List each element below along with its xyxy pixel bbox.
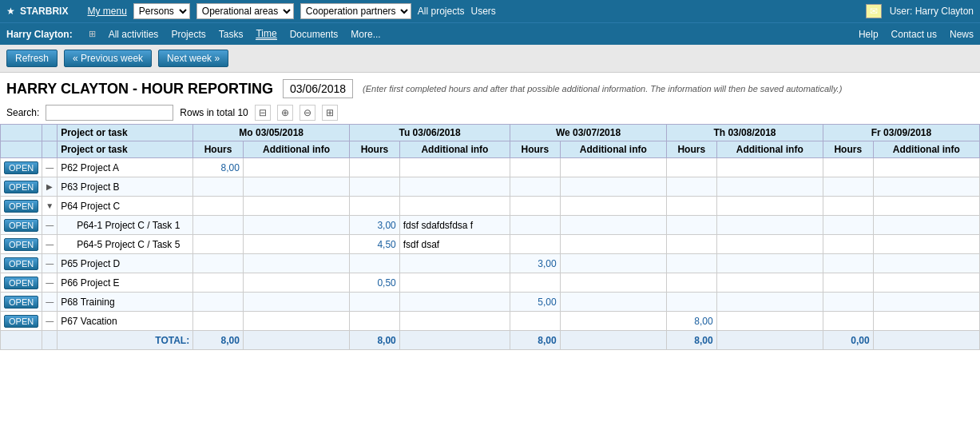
hours-cell-r8-d0[interactable] — [193, 312, 244, 331]
addinfo-cell-r4-d2[interactable] — [560, 235, 666, 254]
remove-button[interactable]: ⊖ — [300, 105, 315, 121]
hours-cell-r1-d1[interactable] — [350, 177, 400, 197]
hours-cell-r7-d2[interactable]: 5,00 — [510, 293, 561, 312]
refresh-button[interactable]: Refresh — [6, 50, 58, 67]
addinfo-cell-r2-d3[interactable] — [716, 197, 823, 216]
my-menu-link[interactable]: My menu — [87, 6, 126, 17]
addinfo-cell-r3-d1[interactable]: fdsf sdafdsfdsa f — [399, 216, 510, 235]
hours-cell-r7-d3[interactable] — [666, 293, 716, 312]
addinfo-cell-r0-d1[interactable] — [399, 158, 510, 177]
addinfo-cell-r5-d2[interactable] — [560, 254, 666, 273]
hours-cell-r4-d3[interactable] — [666, 235, 716, 254]
open-btn-cell[interactable]: OPEN — [1, 235, 42, 254]
hours-cell-r3-d3[interactable] — [666, 216, 716, 235]
open-button[interactable]: OPEN — [4, 315, 38, 328]
addinfo-cell-r7-d2[interactable] — [560, 293, 666, 312]
addinfo-cell-r2-d2[interactable] — [560, 197, 666, 216]
hours-cell-r6-d2[interactable] — [510, 273, 561, 293]
more-link[interactable]: More... — [351, 29, 380, 40]
addinfo-cell-r8-d3[interactable] — [716, 312, 823, 331]
addinfo-cell-r5-d4[interactable] — [873, 254, 979, 273]
addinfo-cell-r1-d0[interactable] — [243, 177, 349, 197]
addinfo-cell-r1-d4[interactable] — [873, 177, 979, 197]
columns-button[interactable]: ⊞ — [322, 105, 338, 121]
open-btn-cell[interactable]: OPEN — [1, 254, 42, 273]
hours-cell-r0-d1[interactable] — [350, 158, 400, 177]
addinfo-cell-r6-d3[interactable] — [716, 273, 823, 293]
addinfo-cell-r4-d0[interactable] — [243, 235, 349, 254]
news-link[interactable]: News — [950, 29, 974, 40]
hours-cell-r2-d3[interactable] — [666, 197, 716, 216]
hours-cell-r7-d0[interactable] — [193, 293, 244, 312]
hours-cell-r5-d3[interactable] — [666, 254, 716, 273]
addinfo-cell-r5-d1[interactable] — [399, 254, 510, 273]
hours-cell-r8-d1[interactable] — [350, 312, 400, 331]
hours-cell-r5-d0[interactable] — [193, 254, 244, 273]
addinfo-cell-r4-d3[interactable] — [716, 235, 823, 254]
addinfo-cell-r0-d4[interactable] — [873, 158, 979, 177]
addinfo-cell-r0-d2[interactable] — [560, 158, 666, 177]
addinfo-cell-r1-d3[interactable] — [716, 177, 823, 197]
addinfo-cell-r0-d0[interactable] — [243, 158, 349, 177]
hours-cell-r4-d1[interactable]: 4,50 — [350, 235, 400, 254]
prev-week-button[interactable]: « Previous week — [64, 50, 152, 67]
hours-cell-r2-d0[interactable] — [193, 197, 244, 216]
addinfo-cell-r8-d4[interactable] — [873, 312, 979, 331]
hours-cell-r4-d0[interactable] — [193, 235, 244, 254]
hours-cell-r1-d0[interactable] — [193, 177, 244, 197]
addinfo-cell-r7-d3[interactable] — [716, 293, 823, 312]
addinfo-cell-r7-d0[interactable] — [243, 293, 349, 312]
hours-cell-r1-d2[interactable] — [510, 177, 561, 197]
open-button[interactable]: OPEN — [4, 257, 38, 270]
addinfo-cell-r6-d2[interactable] — [560, 273, 666, 293]
tasks-link[interactable]: Tasks — [219, 29, 244, 40]
hours-cell-r7-d1[interactable] — [350, 293, 400, 312]
hours-cell-r6-d1[interactable]: 0,50 — [350, 273, 400, 293]
hours-cell-r3-d4[interactable] — [823, 216, 873, 235]
cooperation-partners-select[interactable]: Cooperation partners — [300, 3, 411, 19]
operational-areas-select[interactable]: Operational areas — [196, 3, 294, 19]
addinfo-cell-r2-d1[interactable] — [399, 197, 510, 216]
hours-cell-r7-d4[interactable] — [823, 293, 873, 312]
hours-cell-r0-d2[interactable] — [510, 158, 561, 177]
open-btn-cell[interactable]: OPEN — [1, 273, 42, 293]
addinfo-cell-r0-d3[interactable] — [716, 158, 823, 177]
addinfo-cell-r5-d3[interactable] — [716, 254, 823, 273]
print-button[interactable]: ⊟ — [255, 105, 271, 121]
addinfo-cell-r1-d1[interactable] — [399, 177, 510, 197]
hours-cell-r2-d2[interactable] — [510, 197, 561, 216]
hours-cell-r2-d1[interactable] — [350, 197, 400, 216]
search-input[interactable] — [46, 105, 173, 121]
open-btn-cell[interactable]: OPEN — [1, 197, 42, 216]
time-link[interactable]: Time — [256, 28, 276, 40]
addinfo-cell-r6-d0[interactable] — [243, 273, 349, 293]
addinfo-cell-r7-d4[interactable] — [873, 293, 979, 312]
open-button[interactable]: OPEN — [4, 219, 38, 232]
add-button[interactable]: ⊕ — [277, 105, 293, 121]
open-btn-cell[interactable]: OPEN — [1, 158, 42, 177]
addinfo-cell-r8-d0[interactable] — [243, 312, 349, 331]
contact-us-link[interactable]: Contact us — [891, 29, 937, 40]
hours-cell-r6-d0[interactable] — [193, 273, 244, 293]
documents-link[interactable]: Documents — [290, 29, 339, 40]
addinfo-cell-r1-d2[interactable] — [560, 177, 666, 197]
addinfo-cell-r2-d4[interactable] — [873, 197, 979, 216]
hours-cell-r8-d3[interactable]: 8,00 — [666, 312, 716, 331]
addinfo-cell-r6-d1[interactable] — [399, 273, 510, 293]
hours-cell-r6-d4[interactable] — [823, 273, 873, 293]
open-button[interactable]: OPEN — [4, 161, 38, 174]
open-button[interactable]: OPEN — [4, 181, 38, 193]
hours-cell-r0-d4[interactable] — [823, 158, 873, 177]
open-btn-cell[interactable]: OPEN — [1, 177, 42, 197]
addinfo-cell-r5-d0[interactable] — [243, 254, 349, 273]
addinfo-cell-r6-d4[interactable] — [873, 273, 979, 293]
persons-select[interactable]: Persons — [133, 3, 190, 19]
hours-cell-r5-d4[interactable] — [823, 254, 873, 273]
addinfo-cell-r3-d3[interactable] — [716, 216, 823, 235]
hours-cell-r0-d3[interactable] — [666, 158, 716, 177]
hours-cell-r1-d4[interactable] — [823, 177, 873, 197]
help-link[interactable]: Help — [859, 29, 879, 40]
addinfo-cell-r8-d2[interactable] — [560, 312, 666, 331]
addinfo-cell-r4-d4[interactable] — [873, 235, 979, 254]
next-week-button[interactable]: Next week » — [158, 50, 228, 67]
